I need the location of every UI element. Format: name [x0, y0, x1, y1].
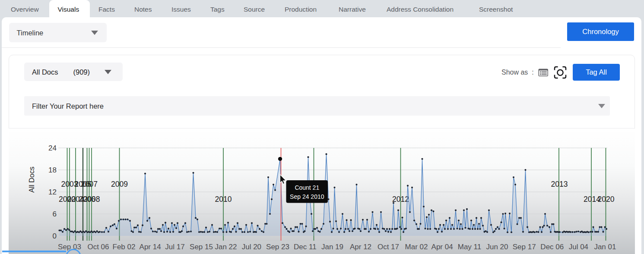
- svg-text:2009: 2009: [111, 180, 128, 188]
- svg-text:24: 24: [48, 144, 57, 152]
- svg-text:2010: 2010: [215, 195, 232, 204]
- svg-text:Jul 17: Jul 17: [165, 243, 184, 251]
- svg-text:Sep 15: Sep 15: [190, 243, 213, 251]
- svg-text:Jan 01: Jan 01: [594, 243, 616, 251]
- svg-text:0: 0: [53, 232, 57, 240]
- svg-text:Jul 20: Jul 20: [242, 243, 261, 251]
- svg-text:2012: 2012: [392, 195, 409, 204]
- svg-text:18: 18: [48, 166, 57, 174]
- svg-text:2008: 2008: [83, 195, 100, 204]
- svg-text:Apr 04: Apr 04: [431, 243, 453, 251]
- svg-text:Sep 17: Sep 17: [513, 243, 536, 251]
- svg-text:Dec 06: Dec 06: [540, 243, 564, 251]
- svg-text:May 11: May 11: [458, 243, 482, 251]
- svg-text:2020: 2020: [598, 195, 615, 204]
- svg-text:Oct 17: Oct 17: [378, 243, 399, 251]
- svg-text:Feb 02: Feb 02: [113, 243, 136, 251]
- svg-text:6: 6: [53, 210, 57, 218]
- svg-text:Apr 12: Apr 12: [350, 243, 371, 251]
- svg-text:All Docs: All Docs: [28, 166, 35, 193]
- svg-text:Jan 22: Jan 22: [215, 243, 237, 251]
- svg-text:2007: 2007: [81, 180, 98, 188]
- svg-text:Dec 11: Dec 11: [294, 243, 317, 251]
- svg-text:12: 12: [48, 188, 57, 196]
- svg-text:Mar 02: Mar 02: [405, 243, 428, 251]
- svg-text:Apr 14: Apr 14: [140, 243, 161, 251]
- svg-text:Sep 23: Sep 23: [266, 243, 289, 251]
- svg-text:Oct 06: Oct 06: [87, 243, 109, 251]
- svg-text:Jun 20: Jun 20: [486, 243, 508, 251]
- svg-text:Sep 24 2010: Sep 24 2010: [290, 193, 324, 200]
- svg-text:2013: 2013: [551, 180, 568, 188]
- svg-text:Jul 04: Jul 04: [569, 243, 588, 251]
- svg-text:Jan 19: Jan 19: [321, 243, 343, 251]
- svg-text:Count 21: Count 21: [295, 184, 319, 191]
